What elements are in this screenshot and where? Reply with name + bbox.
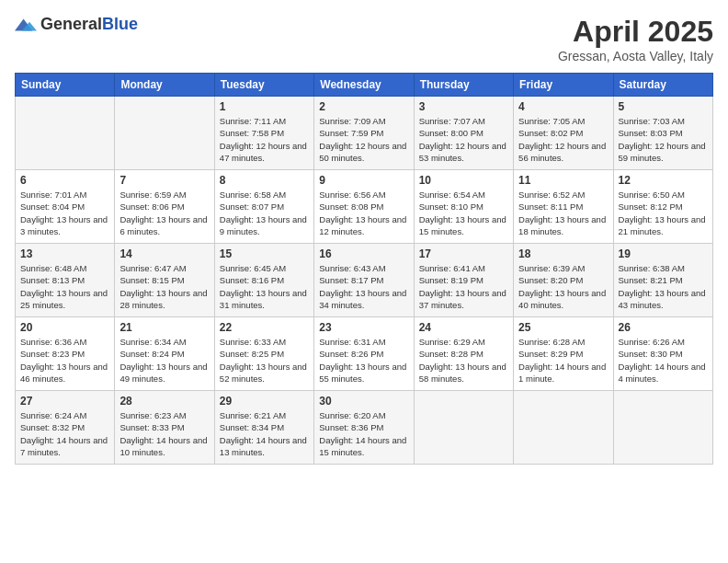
- day-number: 25: [518, 321, 608, 334]
- weekday-header: Wednesday: [314, 74, 414, 97]
- calendar-cell: 20Sunrise: 6:36 AMSunset: 8:23 PMDayligh…: [16, 317, 115, 391]
- calendar-cell: 11Sunrise: 6:52 AMSunset: 8:11 PMDayligh…: [514, 170, 613, 244]
- calendar-cell: 29Sunrise: 6:21 AMSunset: 8:34 PMDayligh…: [214, 391, 313, 465]
- calendar-cell: 10Sunrise: 6:54 AMSunset: 8:10 PMDayligh…: [414, 170, 513, 244]
- day-number: 6: [20, 174, 109, 187]
- day-info: Sunrise: 6:59 AMSunset: 8:06 PMDaylight:…: [119, 189, 209, 237]
- logo-text: GeneralBlue: [40, 15, 138, 34]
- location-title: Gressan, Aosta Valley, Italy: [558, 49, 713, 63]
- calendar-cell: [115, 97, 214, 170]
- day-number: 27: [20, 395, 109, 408]
- logo: GeneralBlue: [15, 15, 138, 34]
- day-info: Sunrise: 6:50 AMSunset: 8:12 PMDaylight:…: [619, 189, 708, 237]
- calendar-cell: 5Sunrise: 7:03 AMSunset: 8:03 PMDaylight…: [613, 97, 712, 170]
- calendar-cell: 28Sunrise: 6:23 AMSunset: 8:33 PMDayligh…: [115, 391, 214, 465]
- day-info: Sunrise: 6:33 AMSunset: 8:25 PMDaylight:…: [220, 336, 309, 385]
- calendar-cell: 27Sunrise: 6:24 AMSunset: 8:32 PMDayligh…: [16, 391, 115, 465]
- weekday-header: Thursday: [414, 74, 513, 97]
- day-info: Sunrise: 7:11 AMSunset: 7:58 PMDaylight:…: [220, 115, 309, 164]
- day-info: Sunrise: 6:52 AMSunset: 8:11 PMDaylight:…: [518, 189, 608, 237]
- day-info: Sunrise: 6:58 AMSunset: 8:07 PMDaylight:…: [220, 189, 309, 237]
- day-info: Sunrise: 6:43 AMSunset: 8:17 PMDaylight:…: [319, 262, 408, 311]
- day-number: 11: [518, 174, 608, 187]
- day-number: 24: [419, 321, 508, 334]
- calendar-cell: 6Sunrise: 7:01 AMSunset: 8:04 PMDaylight…: [16, 170, 115, 244]
- day-number: 5: [619, 100, 708, 113]
- day-info: Sunrise: 6:47 AMSunset: 8:15 PMDaylight:…: [119, 262, 209, 311]
- calendar-cell: 30Sunrise: 6:20 AMSunset: 8:36 PMDayligh…: [314, 391, 414, 465]
- day-number: 2: [319, 100, 408, 113]
- title-block: April 2025 Gressan, Aosta Valley, Italy: [558, 15, 713, 63]
- calendar-cell: 25Sunrise: 6:28 AMSunset: 8:29 PMDayligh…: [514, 317, 613, 391]
- weekday-header: Friday: [514, 74, 613, 97]
- logo-blue: Blue: [102, 15, 138, 33]
- day-number: 8: [220, 174, 309, 187]
- day-info: Sunrise: 6:48 AMSunset: 8:13 PMDaylight:…: [20, 262, 109, 311]
- day-number: 1: [220, 100, 309, 113]
- day-info: Sunrise: 7:07 AMSunset: 8:00 PMDaylight:…: [419, 115, 508, 164]
- day-info: Sunrise: 6:26 AMSunset: 8:30 PMDaylight:…: [619, 336, 708, 385]
- day-number: 21: [119, 321, 209, 334]
- day-number: 17: [419, 247, 508, 260]
- calendar-cell: 21Sunrise: 6:34 AMSunset: 8:24 PMDayligh…: [115, 317, 214, 391]
- calendar-week-row: 27Sunrise: 6:24 AMSunset: 8:32 PMDayligh…: [16, 391, 713, 465]
- weekday-header: Sunday: [16, 74, 115, 97]
- day-number: 14: [119, 247, 209, 260]
- day-number: 13: [20, 247, 109, 260]
- calendar-week-row: 1Sunrise: 7:11 AMSunset: 7:58 PMDaylight…: [16, 97, 713, 170]
- day-number: 19: [619, 247, 708, 260]
- day-number: 23: [319, 321, 408, 334]
- day-number: 9: [319, 174, 408, 187]
- logo-general: General: [40, 15, 102, 33]
- day-info: Sunrise: 6:24 AMSunset: 8:32 PMDaylight:…: [20, 409, 109, 458]
- day-number: 3: [419, 100, 508, 113]
- calendar-cell: 7Sunrise: 6:59 AMSunset: 8:06 PMDaylight…: [115, 170, 214, 244]
- calendar-cell: 4Sunrise: 7:05 AMSunset: 8:02 PMDaylight…: [514, 97, 613, 170]
- weekday-header: Monday: [115, 74, 214, 97]
- day-info: Sunrise: 6:23 AMSunset: 8:33 PMDaylight:…: [119, 409, 209, 458]
- day-number: 18: [518, 247, 608, 260]
- day-info: Sunrise: 7:01 AMSunset: 8:04 PMDaylight:…: [20, 189, 109, 237]
- month-title: April 2025: [558, 15, 713, 49]
- day-info: Sunrise: 7:05 AMSunset: 8:02 PMDaylight:…: [518, 115, 608, 164]
- day-info: Sunrise: 7:03 AMSunset: 8:03 PMDaylight:…: [619, 115, 708, 164]
- day-info: Sunrise: 6:36 AMSunset: 8:23 PMDaylight:…: [20, 336, 109, 385]
- calendar-cell: 9Sunrise: 6:56 AMSunset: 8:08 PMDaylight…: [314, 170, 414, 244]
- day-number: 16: [319, 247, 408, 260]
- calendar-week-row: 6Sunrise: 7:01 AMSunset: 8:04 PMDaylight…: [16, 170, 713, 244]
- day-info: Sunrise: 6:20 AMSunset: 8:36 PMDaylight:…: [319, 409, 408, 458]
- weekday-header: Tuesday: [214, 74, 313, 97]
- calendar-cell: 2Sunrise: 7:09 AMSunset: 7:59 PMDaylight…: [314, 97, 414, 170]
- calendar-table: SundayMondayTuesdayWednesdayThursdayFrid…: [15, 73, 713, 465]
- day-number: 29: [220, 395, 309, 408]
- day-info: Sunrise: 6:54 AMSunset: 8:10 PMDaylight:…: [419, 189, 508, 237]
- calendar-cell: 12Sunrise: 6:50 AMSunset: 8:12 PMDayligh…: [613, 170, 712, 244]
- calendar-cell: [613, 391, 712, 465]
- calendar-cell: 14Sunrise: 6:47 AMSunset: 8:15 PMDayligh…: [115, 244, 214, 317]
- calendar-cell: 17Sunrise: 6:41 AMSunset: 8:19 PMDayligh…: [414, 244, 513, 317]
- day-number: 7: [119, 174, 209, 187]
- day-number: 28: [119, 395, 209, 408]
- day-info: Sunrise: 6:31 AMSunset: 8:26 PMDaylight:…: [319, 336, 408, 385]
- calendar-cell: 1Sunrise: 7:11 AMSunset: 7:58 PMDaylight…: [214, 97, 313, 170]
- day-number: 12: [619, 174, 708, 187]
- day-info: Sunrise: 6:56 AMSunset: 8:08 PMDaylight:…: [319, 189, 408, 237]
- day-info: Sunrise: 6:38 AMSunset: 8:21 PMDaylight:…: [619, 262, 708, 311]
- calendar-week-row: 13Sunrise: 6:48 AMSunset: 8:13 PMDayligh…: [16, 244, 713, 317]
- calendar-cell: 16Sunrise: 6:43 AMSunset: 8:17 PMDayligh…: [314, 244, 414, 317]
- calendar-cell: [16, 97, 115, 170]
- day-number: 26: [619, 321, 708, 334]
- day-number: 15: [220, 247, 309, 260]
- calendar-cell: 26Sunrise: 6:26 AMSunset: 8:30 PMDayligh…: [613, 317, 712, 391]
- day-number: 4: [518, 100, 608, 113]
- calendar-cell: 19Sunrise: 6:38 AMSunset: 8:21 PMDayligh…: [613, 244, 712, 317]
- day-number: 30: [319, 395, 408, 408]
- logo-icon: [15, 16, 37, 34]
- day-number: 22: [220, 321, 309, 334]
- day-info: Sunrise: 6:39 AMSunset: 8:20 PMDaylight:…: [518, 262, 608, 311]
- day-info: Sunrise: 6:45 AMSunset: 8:16 PMDaylight:…: [220, 262, 309, 311]
- day-info: Sunrise: 6:28 AMSunset: 8:29 PMDaylight:…: [518, 336, 608, 385]
- calendar-cell: 3Sunrise: 7:07 AMSunset: 8:00 PMDaylight…: [414, 97, 513, 170]
- calendar-cell: 24Sunrise: 6:29 AMSunset: 8:28 PMDayligh…: [414, 317, 513, 391]
- page-header: GeneralBlue April 2025 Gressan, Aosta Va…: [15, 15, 713, 63]
